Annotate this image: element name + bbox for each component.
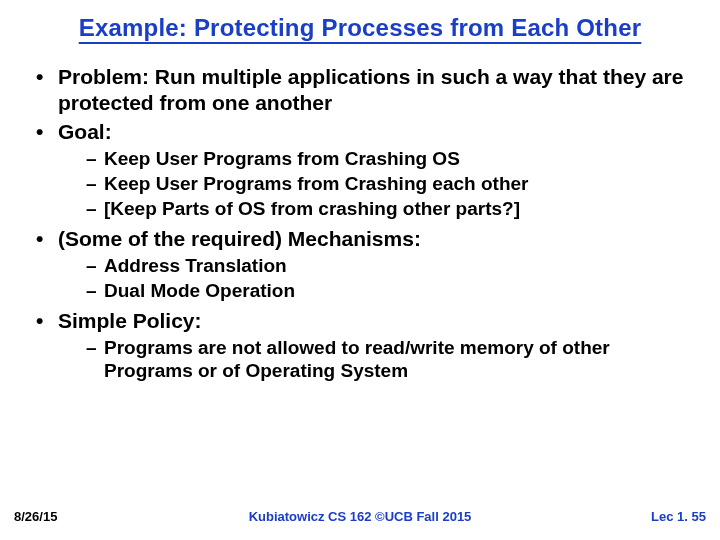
- bullet-policy: Simple Policy: Programs are not allowed …: [36, 308, 684, 382]
- bullet-problem: Problem: Run multiple applications in su…: [36, 64, 684, 115]
- sub-text: Keep User Programs from Crashing each ot…: [104, 173, 528, 194]
- sub-item: Keep User Programs from Crashing OS: [86, 147, 684, 170]
- bullet-text: Goal:: [58, 120, 112, 143]
- sub-item: Programs are not allowed to read/write m…: [86, 336, 684, 382]
- sub-list: Programs are not allowed to read/write m…: [58, 336, 684, 382]
- sub-item: Address Translation: [86, 254, 684, 277]
- sub-text: [Keep Parts of OS from crashing other pa…: [104, 198, 520, 219]
- slide-body: Problem: Run multiple applications in su…: [0, 44, 720, 382]
- bullet-mechanisms: (Some of the required) Mechanisms: Addre…: [36, 226, 684, 302]
- footer-lecture: Lec 1. 55: [651, 509, 706, 524]
- sub-list: Address Translation Dual Mode Operation: [58, 254, 684, 302]
- sub-text: Dual Mode Operation: [104, 280, 295, 301]
- slide-title: Example: Protecting Processes from Each …: [0, 0, 720, 44]
- footer-center: Kubiatowicz CS 162 ©UCB Fall 2015: [0, 509, 720, 524]
- sub-text: Address Translation: [104, 255, 287, 276]
- bullet-text: (Some of the required) Mechanisms:: [58, 227, 421, 250]
- bullet-list: Problem: Run multiple applications in su…: [36, 64, 684, 382]
- sub-list: Keep User Programs from Crashing OS Keep…: [58, 147, 684, 221]
- sub-item: [Keep Parts of OS from crashing other pa…: [86, 197, 684, 220]
- sub-text: Programs are not allowed to read/write m…: [104, 337, 610, 381]
- slide: Example: Protecting Processes from Each …: [0, 0, 720, 540]
- bullet-text: Simple Policy:: [58, 309, 202, 332]
- bullet-text: Problem: Run multiple applications in su…: [58, 65, 683, 114]
- bullet-goal: Goal: Keep User Programs from Crashing O…: [36, 119, 684, 220]
- sub-item: Dual Mode Operation: [86, 279, 684, 302]
- sub-item: Keep User Programs from Crashing each ot…: [86, 172, 684, 195]
- sub-text: Keep User Programs from Crashing OS: [104, 148, 460, 169]
